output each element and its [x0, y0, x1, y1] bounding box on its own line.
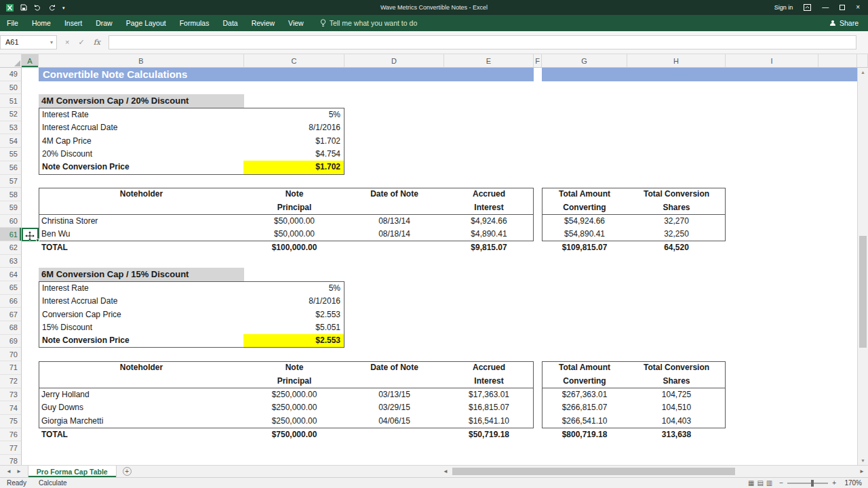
cell-noteholder[interactable]: Guy Downs [39, 401, 244, 415]
select-all-corner[interactable] [0, 54, 22, 68]
sign-in-button[interactable]: Sign in [774, 4, 793, 11]
table-header-shares[interactable]: Total ConversionShares [627, 188, 726, 214]
column-header-e[interactable]: E [444, 54, 534, 68]
vertical-scroll-thumb[interactable] [859, 236, 867, 348]
cell-shares[interactable]: 32,270 [627, 215, 726, 228]
undo-icon[interactable] [34, 4, 41, 11]
cell-total-interest[interactable]: $50,719.18 [444, 428, 534, 442]
row-header[interactable]: 66 [0, 295, 21, 308]
zoom-out-button[interactable]: − [779, 479, 783, 487]
tell-me-box[interactable]: Tell me what you want to do [320, 19, 418, 27]
row-header[interactable]: 52 [0, 108, 21, 121]
cell-shares[interactable]: 104,403 [627, 415, 726, 428]
row-header[interactable]: 55 [0, 148, 21, 161]
cell-total-label[interactable]: TOTAL [39, 428, 244, 442]
cell-converting[interactable]: $266,541.10 [542, 415, 627, 428]
save-icon[interactable] [20, 4, 27, 11]
cell-total-converting[interactable]: $109,815.07 [542, 241, 627, 255]
row-header[interactable]: 77 [0, 441, 21, 455]
prev-sheet-icon[interactable]: ◄ [6, 468, 12, 474]
cell-date[interactable]: 08/18/14 [344, 228, 444, 241]
table-header-converting[interactable]: Total AmountConverting [542, 361, 627, 388]
row-header[interactable]: 49 [0, 68, 21, 81]
tab-insert[interactable]: Insert [58, 15, 89, 31]
page-layout-view-icon[interactable]: ▤ [757, 479, 763, 487]
hscroll-left-icon[interactable]: ◄ [443, 468, 448, 474]
zoom-level[interactable]: 170% [843, 479, 862, 487]
cell-date[interactable]: 04/06/15 [344, 415, 444, 428]
detail-value[interactable]: 5% [243, 282, 344, 295]
cell-shares[interactable]: 104,510 [627, 401, 726, 415]
detail-label[interactable]: Note Conversion Price [39, 334, 243, 347]
cell-shares[interactable]: 104,725 [627, 388, 726, 402]
detail-value-highlighted[interactable]: $2.553 [243, 334, 344, 347]
tab-formulas[interactable]: Formulas [173, 15, 216, 31]
row-header-selected[interactable]: 61 [0, 228, 21, 241]
row-header[interactable]: 56 [0, 161, 21, 175]
cell-date[interactable]: 03/13/15 [344, 388, 444, 402]
cell-total-principal[interactable]: $100,000.00 [244, 241, 344, 255]
column-header-g[interactable]: G [542, 54, 627, 68]
cell-noteholder[interactable]: Giorgia Marchetti [39, 415, 244, 428]
scroll-up-icon[interactable]: ▲ [861, 68, 865, 77]
horizontal-scroll-track[interactable] [452, 468, 856, 475]
normal-view-icon[interactable]: ▦ [748, 479, 754, 487]
row-header[interactable]: 58 [0, 188, 21, 201]
cell-interest[interactable]: $4,924.66 [444, 215, 534, 228]
row-header[interactable]: 50 [0, 81, 21, 95]
table-header-principal[interactable]: NotePrincipal [244, 361, 344, 388]
detail-label[interactable]: Interest Rate [39, 108, 243, 121]
minimize-button[interactable]: — [822, 4, 829, 11]
detail-label[interactable]: Interest Rate [39, 282, 243, 295]
row-header[interactable]: 63 [0, 255, 21, 268]
section-title[interactable]: 6M Conversion Cap / 15% Discount [39, 268, 244, 281]
vertical-scrollbar[interactable]: ▲ ▼ [857, 68, 868, 465]
name-box-caret-icon[interactable]: ▾ [47, 39, 56, 45]
tab-home[interactable]: Home [25, 15, 58, 31]
detail-label[interactable]: 15% Discount [39, 321, 243, 334]
cell-converting[interactable]: $267,363.01 [542, 388, 627, 402]
ribbon-display-options-icon[interactable] [804, 4, 811, 11]
share-button[interactable]: Share [829, 19, 868, 27]
row-header[interactable]: 57 [0, 175, 21, 188]
cell-principal[interactable]: $250,000.00 [244, 401, 344, 415]
row-header[interactable]: 59 [0, 201, 21, 215]
cell-total-shares[interactable]: 313,638 [627, 428, 726, 442]
detail-label[interactable]: Interest Accrual Date [39, 295, 243, 308]
row-header[interactable]: 65 [0, 281, 21, 295]
cell-principal[interactable]: $250,000.00 [244, 388, 344, 402]
row-header[interactable]: 62 [0, 241, 21, 255]
excel-logo-icon[interactable] [6, 4, 14, 12]
row-header[interactable]: 60 [0, 215, 21, 228]
detail-label[interactable]: 20% Discount [39, 148, 243, 161]
name-box[interactable]: A61 ▾ [0, 35, 57, 49]
cell-noteholder[interactable]: Christina Storer [39, 215, 244, 228]
zoom-slider-thumb[interactable] [811, 480, 814, 487]
column-header-a[interactable]: A [22, 54, 39, 68]
cell-noteholder[interactable]: Jerry Holland [39, 388, 244, 402]
section-title[interactable]: 4M Conversion Cap / 20% Discount [39, 94, 244, 108]
cell-total-principal[interactable]: $750,000.00 [244, 428, 344, 442]
column-header-b[interactable]: B [39, 54, 244, 68]
sheet-tab-pro-forma-cap-table[interactable]: Pro Forma Cap Table [28, 466, 117, 477]
cell-total-label[interactable]: TOTAL [39, 241, 244, 255]
row-header[interactable]: 74 [0, 401, 21, 415]
column-header-c[interactable]: C [244, 54, 344, 68]
scroll-down-icon[interactable]: ▼ [861, 456, 865, 465]
horizontal-scroll-thumb[interactable] [452, 468, 735, 475]
table-header-noteholder[interactable]: Noteholder [39, 188, 244, 214]
row-header[interactable]: 68 [0, 321, 21, 335]
new-sheet-button[interactable]: + [123, 467, 132, 476]
column-header-h[interactable]: H [627, 54, 726, 68]
row-header[interactable]: 71 [0, 361, 21, 375]
formula-input[interactable] [108, 35, 856, 49]
detail-value[interactable]: $4.754 [243, 148, 344, 161]
detail-value[interactable]: $1.702 [243, 135, 344, 148]
redo-icon[interactable] [48, 4, 56, 11]
banner-cell-right[interactable] [542, 68, 857, 81]
table-header-converting[interactable]: Total AmountConverting [542, 188, 627, 214]
cell-converting[interactable]: $266,815.07 [542, 401, 627, 415]
cell-shares[interactable]: 32,250 [627, 228, 726, 241]
cell-date[interactable]: 08/13/14 [344, 215, 444, 228]
detail-value[interactable]: $2.553 [243, 308, 344, 321]
